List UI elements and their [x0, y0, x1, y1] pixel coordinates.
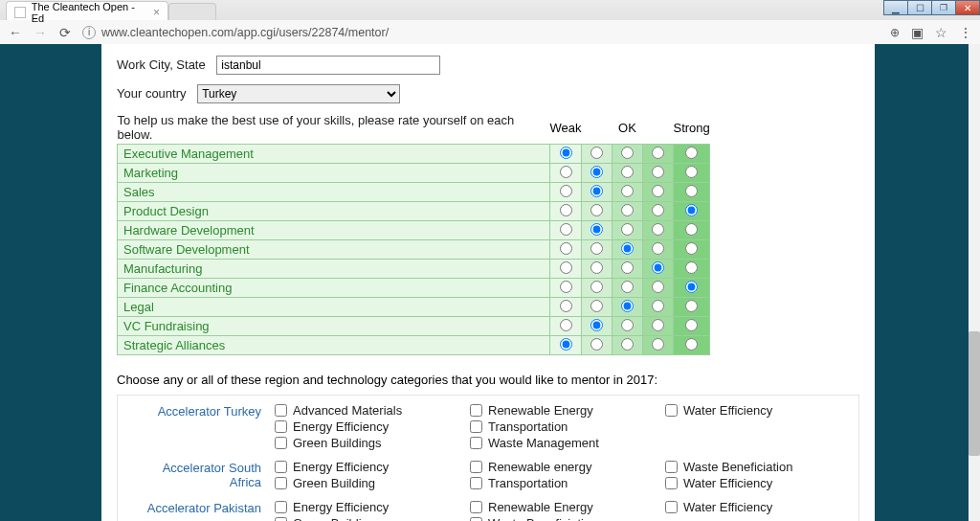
- skill-rating-radio[interactable]: [621, 261, 634, 274]
- category-checkbox[interactable]: [470, 501, 482, 513]
- skill-rating-radio[interactable]: [560, 242, 572, 255]
- category-checkbox-item[interactable]: Waste Beneficiation: [470, 516, 665, 521]
- category-checkbox[interactable]: [275, 501, 287, 513]
- skill-rating-radio[interactable]: [621, 338, 634, 351]
- vertical-scrollbar[interactable]: [969, 44, 980, 521]
- skill-rating-radio[interactable]: [685, 204, 698, 216]
- nav-reload-icon[interactable]: ⟳: [57, 25, 73, 40]
- skill-rating-radio[interactable]: [560, 300, 572, 312]
- category-checkbox-item[interactable]: Renewable energy: [470, 460, 665, 474]
- category-checkbox-item[interactable]: Renewable Energy: [470, 403, 665, 418]
- skill-rating-radio[interactable]: [621, 147, 634, 159]
- skill-rating-radio[interactable]: [590, 261, 603, 274]
- skill-name[interactable]: Manufacturing: [118, 260, 550, 279]
- skill-rating-radio[interactable]: [685, 281, 698, 293]
- skill-rating-radio[interactable]: [652, 204, 664, 216]
- nav-back-icon[interactable]: ←: [8, 25, 23, 40]
- window-minimize-button[interactable]: [883, 0, 908, 15]
- category-checkbox[interactable]: [275, 477, 287, 489]
- tab-close-icon[interactable]: ×: [153, 6, 160, 19]
- skill-name[interactable]: Strategic Alliances: [118, 336, 550, 355]
- skill-rating-radio[interactable]: [621, 319, 634, 331]
- skill-rating-radio[interactable]: [560, 166, 572, 178]
- category-checkbox[interactable]: [275, 461, 287, 473]
- skill-rating-radio[interactable]: [590, 185, 603, 197]
- category-checkbox[interactable]: [665, 404, 678, 417]
- category-checkbox[interactable]: [470, 437, 482, 449]
- skill-name[interactable]: Executive Management: [118, 145, 550, 164]
- window-maximize-button[interactable]: [907, 0, 932, 15]
- skill-rating-radio[interactable]: [621, 204, 634, 216]
- skill-rating-radio[interactable]: [560, 281, 572, 293]
- category-checkbox-item[interactable]: Energy Efficiency: [275, 460, 470, 474]
- skill-rating-radio[interactable]: [685, 147, 698, 159]
- category-checkbox[interactable]: [665, 477, 678, 489]
- skill-rating-radio[interactable]: [560, 319, 572, 331]
- category-checkbox-item[interactable]: Advanced Materials: [275, 403, 470, 418]
- skill-rating-radio[interactable]: [652, 300, 664, 312]
- category-checkbox[interactable]: [470, 404, 482, 417]
- skill-name[interactable]: Product Design: [118, 202, 550, 221]
- category-checkbox[interactable]: [470, 420, 482, 433]
- skill-rating-radio[interactable]: [560, 261, 572, 274]
- skill-rating-radio[interactable]: [652, 166, 664, 178]
- category-checkbox[interactable]: [275, 420, 287, 433]
- skill-rating-radio[interactable]: [652, 338, 664, 351]
- skill-name[interactable]: Marketing: [118, 164, 550, 183]
- skill-rating-radio[interactable]: [685, 185, 698, 197]
- skill-rating-radio[interactable]: [685, 338, 698, 351]
- category-checkbox-item[interactable]: Transportation: [470, 419, 665, 434]
- skill-rating-radio[interactable]: [685, 223, 698, 236]
- skill-rating-radio[interactable]: [590, 338, 603, 351]
- skill-rating-radio[interactable]: [652, 147, 664, 159]
- skill-name[interactable]: Software Development: [118, 240, 550, 260]
- skill-rating-radio[interactable]: [652, 281, 664, 293]
- category-checkbox-item[interactable]: Water Efficiency: [665, 403, 847, 418]
- skill-rating-radio[interactable]: [652, 242, 664, 255]
- skill-rating-radio[interactable]: [652, 319, 664, 331]
- skill-rating-radio[interactable]: [590, 223, 603, 236]
- window-close-button[interactable]: [955, 0, 980, 15]
- skill-name[interactable]: Finance Accounting: [118, 279, 550, 298]
- skill-rating-radio[interactable]: [685, 166, 698, 178]
- category-checkbox-item[interactable]: Waste Management: [470, 436, 665, 450]
- skill-rating-radio[interactable]: [560, 338, 572, 351]
- skill-rating-radio[interactable]: [560, 185, 572, 197]
- category-checkbox-item[interactable]: Energy Efficiency: [275, 500, 470, 514]
- skill-rating-radio[interactable]: [621, 281, 634, 293]
- category-checkbox[interactable]: [665, 501, 678, 513]
- skill-rating-radio[interactable]: [560, 223, 572, 236]
- browser-tab-inactive[interactable]: [168, 3, 216, 20]
- work-city-input[interactable]: [216, 56, 440, 75]
- category-checkbox[interactable]: [275, 517, 287, 521]
- category-checkbox-item[interactable]: Transportation: [470, 476, 665, 490]
- skill-rating-radio[interactable]: [590, 281, 603, 293]
- skill-rating-radio[interactable]: [621, 185, 634, 197]
- category-checkbox[interactable]: [275, 404, 287, 417]
- skill-rating-radio[interactable]: [560, 147, 572, 159]
- skill-name[interactable]: Hardware Development: [118, 221, 550, 240]
- category-checkbox-item[interactable]: Green Building: [275, 516, 470, 521]
- skill-rating-radio[interactable]: [685, 300, 698, 312]
- category-checkbox[interactable]: [470, 461, 482, 473]
- scrollbar-thumb[interactable]: [969, 331, 980, 456]
- skill-rating-radio[interactable]: [590, 319, 603, 331]
- skill-name[interactable]: Sales: [118, 183, 550, 202]
- category-checkbox-item[interactable]: Green Buildings: [275, 436, 470, 450]
- category-checkbox-item[interactable]: Energy Efficiency: [275, 419, 470, 434]
- country-select[interactable]: Turkey: [197, 84, 400, 103]
- skill-rating-radio[interactable]: [590, 204, 603, 216]
- skill-rating-radio[interactable]: [621, 166, 634, 178]
- skill-name[interactable]: Legal: [118, 298, 550, 317]
- skill-rating-radio[interactable]: [685, 242, 698, 255]
- skill-rating-radio[interactable]: [652, 261, 664, 274]
- skill-rating-radio[interactable]: [590, 166, 603, 178]
- skill-rating-radio[interactable]: [590, 147, 603, 159]
- category-checkbox-item[interactable]: Green Building: [275, 476, 470, 490]
- category-checkbox[interactable]: [665, 461, 678, 473]
- skill-rating-radio[interactable]: [652, 223, 664, 236]
- bookmark-icon[interactable]: ☆: [935, 25, 947, 40]
- skill-rating-radio[interactable]: [685, 261, 698, 274]
- skill-name[interactable]: VC Fundraising: [118, 317, 550, 336]
- category-checkbox-item[interactable]: Renewable Energy: [470, 500, 665, 514]
